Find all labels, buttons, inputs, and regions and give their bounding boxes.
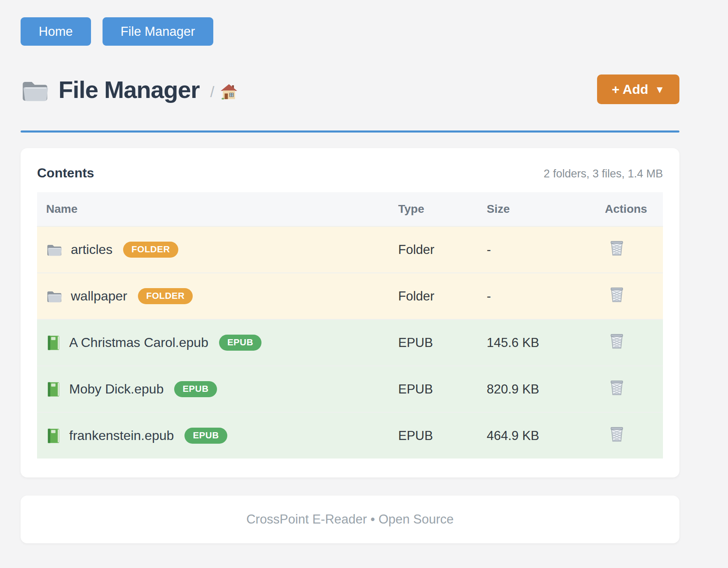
type-cell: EPUB xyxy=(398,382,487,397)
trash-icon xyxy=(609,286,625,303)
file-name: Moby Dick.epub xyxy=(69,382,163,397)
column-header-size: Size xyxy=(487,192,605,226)
contents-card: Contents 2 folders, 3 files, 1.4 MB Name… xyxy=(21,148,679,477)
trash-icon xyxy=(609,333,625,350)
folder-icon xyxy=(46,243,63,257)
file-name: articles xyxy=(71,242,112,257)
table-row[interactable]: A Christmas Carol.epub EPUB EPUB 145.6 K… xyxy=(37,319,663,365)
column-header-type: Type xyxy=(398,192,487,226)
type-cell: EPUB xyxy=(398,335,487,350)
table-row[interactable]: wallpaper FOLDER Folder - xyxy=(37,272,663,319)
footer-text: CrossPoint E-Reader • Open Source xyxy=(246,512,454,526)
nav-home-button[interactable]: Home xyxy=(21,17,91,46)
folder-icon xyxy=(46,289,63,303)
table-row[interactable]: frankenstein.epub EPUB EPUB 464.9 KB xyxy=(37,412,663,459)
type-badge: FOLDER xyxy=(123,242,178,258)
type-badge: FOLDER xyxy=(138,288,193,304)
green-book-icon xyxy=(46,335,61,351)
type-cell: Folder xyxy=(398,242,487,257)
file-table: Name Type Size Actions articles FOLDER F… xyxy=(37,192,663,459)
page-header: File Manager / + Add ▼ xyxy=(21,74,679,104)
header-divider xyxy=(21,130,679,133)
size-cell: - xyxy=(487,242,605,257)
trash-icon xyxy=(609,240,625,257)
add-button-label: + Add xyxy=(612,83,649,96)
type-cell: Folder xyxy=(398,289,487,304)
top-navigation: Home File Manager xyxy=(21,0,679,46)
file-name: A Christmas Carol.epub xyxy=(69,335,208,350)
folder-icon xyxy=(21,78,49,103)
table-row[interactable]: Moby Dick.epub EPUB EPUB 820.9 KB xyxy=(37,365,663,412)
contents-heading: Contents xyxy=(37,165,94,181)
breadcrumb-separator: / xyxy=(210,84,215,101)
column-header-actions: Actions xyxy=(605,192,663,226)
column-header-name: Name xyxy=(37,192,398,226)
file-name: frankenstein.epub xyxy=(69,428,174,443)
size-cell: - xyxy=(487,289,605,304)
delete-button[interactable] xyxy=(609,286,625,303)
type-badge: EPUB xyxy=(184,428,227,444)
type-badge: EPUB xyxy=(174,381,217,397)
delete-button[interactable] xyxy=(609,379,625,396)
page-title: File Manager xyxy=(58,76,200,103)
file-manager-page: Home File Manager File Manager / + Add ▼… xyxy=(21,0,679,543)
nav-file-manager-button[interactable]: File Manager xyxy=(103,17,213,46)
size-cell: 464.9 KB xyxy=(487,428,605,443)
delete-button[interactable] xyxy=(609,240,625,257)
file-name: wallpaper xyxy=(71,289,127,304)
trash-icon xyxy=(609,379,625,396)
delete-button[interactable] xyxy=(609,426,625,443)
contents-summary: 2 folders, 3 files, 1.4 MB xyxy=(544,168,663,180)
table-header-row: Name Type Size Actions xyxy=(37,192,663,226)
green-book-icon xyxy=(46,428,61,444)
type-badge: EPUB xyxy=(219,335,261,351)
delete-button[interactable] xyxy=(609,333,625,350)
type-cell: EPUB xyxy=(398,428,487,443)
caret-down-icon: ▼ xyxy=(655,85,665,95)
trash-icon xyxy=(609,426,625,443)
add-button[interactable]: + Add ▼ xyxy=(597,74,679,104)
size-cell: 820.9 KB xyxy=(487,382,605,397)
size-cell: 145.6 KB xyxy=(487,335,605,350)
footer: CrossPoint E-Reader • Open Source xyxy=(21,496,679,543)
green-book-icon xyxy=(46,381,61,398)
home-icon[interactable] xyxy=(220,84,238,101)
table-row[interactable]: articles FOLDER Folder - xyxy=(37,226,663,272)
